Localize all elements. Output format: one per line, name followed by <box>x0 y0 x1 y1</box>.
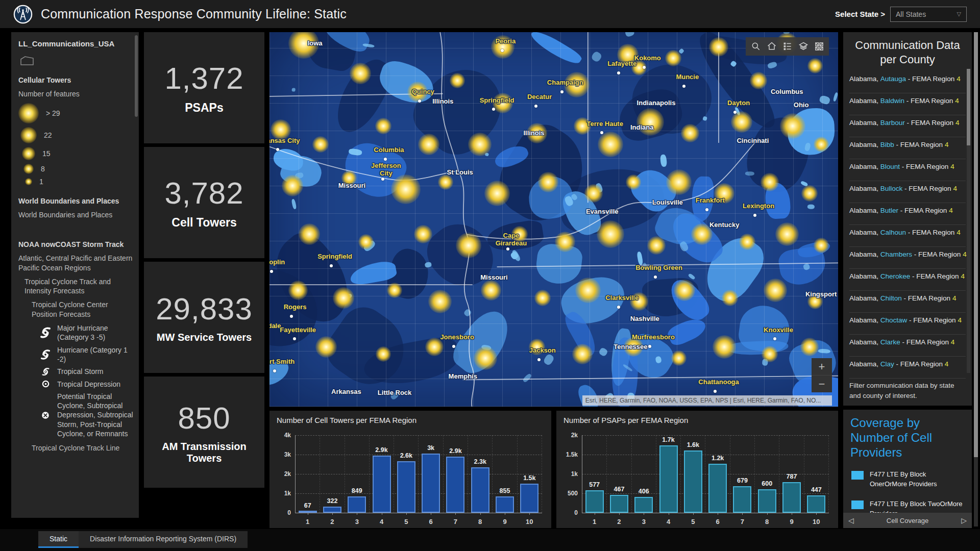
legend-item: Tropical Storm <box>38 367 135 377</box>
bar[interactable] <box>610 495 628 513</box>
county-row[interactable]: Alabama, Bibb - FEMA Region 4 <box>849 137 966 159</box>
city-label: Rogers <box>284 304 307 311</box>
county-row[interactable]: Alabama, Blount - FEMA Region 4 <box>849 159 966 181</box>
bar-slot: 671 <box>295 435 320 513</box>
county-row[interactable]: Alabama, Butler - FEMA Region 4 <box>849 203 966 225</box>
right-scrollbar[interactable] <box>974 32 978 527</box>
county-row[interactable]: Alabama, Calhoun - FEMA Region 4 <box>849 225 966 247</box>
bar[interactable] <box>397 461 415 513</box>
county-row[interactable]: Alabama, Autauga - FEMA Region 4 <box>849 71 966 93</box>
county-row[interactable]: Alabama, Clarke - FEMA Region 4 <box>849 335 966 357</box>
x-axis-tick: 5 <box>681 518 705 525</box>
bar[interactable] <box>782 482 801 513</box>
tab-bar: Static Disaster Information Reporting Sy… <box>0 529 980 551</box>
basemap-icon[interactable] <box>811 39 827 54</box>
x-axis-tickmark <box>816 513 817 515</box>
bar[interactable] <box>348 496 366 513</box>
x-axis-tick: 2 <box>320 518 344 525</box>
city-dot <box>384 158 387 161</box>
bar[interactable] <box>733 486 751 513</box>
coverage-map[interactable]: IowaPeoriaKokomoLafayetteMuncieChampaign… <box>270 32 838 407</box>
legend-item-label: Tropical Depression <box>57 380 120 389</box>
tower-dot <box>762 346 778 362</box>
county-row[interactable]: Alabama, Choctaw - FEMA Region 4 <box>849 313 966 335</box>
tower-dot <box>598 132 623 157</box>
bar[interactable] <box>659 445 678 513</box>
city-dot <box>560 90 564 93</box>
county-row[interactable]: Alabama, Chambers - FEMA Region 4 <box>849 247 966 269</box>
state-dropdown[interactable]: All States ▽ <box>890 7 967 22</box>
city-label: Indiana <box>630 124 654 132</box>
layer-group-title: LL_Communications_USA <box>18 39 135 48</box>
county-row[interactable]: Alabama, Baldwin - FEMA Region 4 <box>849 93 966 115</box>
county-list-scrollbar[interactable] <box>967 69 970 373</box>
tower-dot <box>375 118 391 134</box>
tab-static[interactable]: Static <box>38 531 79 548</box>
x-axis-tickmark <box>669 513 669 515</box>
bar[interactable] <box>758 489 776 513</box>
bar-slot: 2.3k8 <box>468 435 493 513</box>
bar[interactable] <box>585 490 604 513</box>
bars-layer: 671322284932.9k42.6k53k62.9k72.3k885591.… <box>295 435 542 513</box>
tower-dot <box>418 134 439 155</box>
bar[interactable] <box>446 457 464 513</box>
tower-dot <box>428 290 452 313</box>
county-data-panel: Communication Data per County Alabama, A… <box>843 32 972 406</box>
city-dot <box>330 264 333 267</box>
y-axis-tick: 0 <box>574 509 578 516</box>
bar[interactable] <box>708 464 727 513</box>
layers-icon[interactable] <box>795 39 811 54</box>
city-label: Dayton <box>727 99 750 107</box>
map-attribution: Esri, HERE, Garmin, FAO, NOAA, USGS, EPA… <box>582 395 832 406</box>
county-row[interactable]: Alabama, Bullock - FEMA Region 4 <box>849 181 966 203</box>
city-label: Kokomo <box>634 55 661 62</box>
legend-icon[interactable] <box>779 39 795 54</box>
zoom-in-button[interactable]: + <box>812 358 832 375</box>
zoom-out-button[interactable]: − <box>812 375 832 392</box>
x-axis-tickmark <box>480 513 481 515</box>
county-row[interactable]: Alabama, Chilton - FEMA Region 4 <box>849 291 966 313</box>
bar-value-label: 467 <box>607 486 631 493</box>
bar-value-label: 679 <box>730 477 754 484</box>
tower-dot <box>391 174 421 204</box>
bar[interactable] <box>373 456 391 513</box>
county-row[interactable]: Alabama, Cherokee - FEMA Region 4 <box>849 269 966 291</box>
y-axis-tick: 500 <box>568 490 578 497</box>
bar[interactable] <box>323 507 341 513</box>
city-dot <box>270 270 273 273</box>
tab-dirs[interactable]: Disaster Information Reporting System (D… <box>79 531 248 548</box>
search-icon[interactable] <box>748 39 764 54</box>
city-label: Fort Smith <box>270 358 295 365</box>
bar[interactable] <box>634 497 653 513</box>
city-label: Bowling Green <box>635 264 682 272</box>
bar-slot: 2.9k4 <box>370 435 394 513</box>
tropical-storm-icon <box>38 367 53 377</box>
county-row[interactable]: Alabama, Clay - FEMA Region 4 <box>849 357 966 379</box>
bar[interactable] <box>496 496 514 513</box>
sidebar-scrollbar[interactable] <box>135 35 138 117</box>
bar[interactable] <box>422 454 440 513</box>
x-axis-tick: 2 <box>607 518 631 525</box>
bar[interactable] <box>471 467 489 513</box>
bar-value-label: 787 <box>779 473 803 480</box>
tower-dot <box>312 136 329 153</box>
pager-next-icon[interactable]: ▷ <box>961 516 967 524</box>
city-label: Cincinnati <box>737 137 769 144</box>
chart-title: Number of PSAPs per FEMA Region <box>564 416 831 424</box>
pager-prev-icon[interactable]: ◁ <box>848 516 854 524</box>
city-label: Iowa <box>308 40 323 47</box>
city-dot <box>290 315 293 318</box>
bar[interactable] <box>684 450 702 513</box>
chart-plot-area: 2k1.5k1k50005771467240631.7k41.6k51.2k66… <box>582 435 829 513</box>
city-dot <box>617 71 620 74</box>
tower-density-dot <box>18 103 39 123</box>
bar[interactable] <box>520 484 538 513</box>
bar[interactable] <box>807 495 825 513</box>
legend-sidebar[interactable]: LL_Communications_USA Cellular Towers Nu… <box>11 32 139 518</box>
city-label: Springfield <box>317 253 352 261</box>
city-dot <box>705 208 708 211</box>
home-icon[interactable] <box>764 39 779 54</box>
county-row[interactable]: Alabama, Barbour - FEMA Region 4 <box>849 115 966 137</box>
city-label: Columbia <box>374 146 404 154</box>
city-label: Evansville <box>586 208 619 216</box>
